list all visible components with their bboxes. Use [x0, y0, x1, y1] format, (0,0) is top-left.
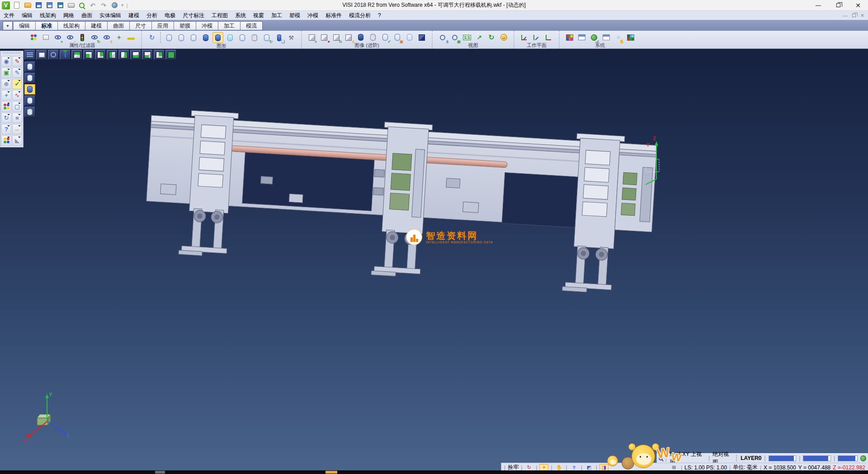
save-all-icon[interactable]: [56, 1, 64, 9]
strip-hidden-line-icon[interactable]: [24, 73, 35, 83]
view-orbit-icon[interactable]: [48, 50, 59, 60]
view-isometric-icon[interactable]: [165, 50, 176, 60]
transparent-mode-icon[interactable]: [225, 32, 236, 43]
redo-icon[interactable]: ↷: [99, 1, 108, 9]
strip-mesh-icon[interactable]: [24, 107, 35, 117]
save-icon[interactable]: [34, 1, 42, 9]
zoom-1-1-icon[interactable]: 1:1: [462, 32, 472, 43]
tab-application[interactable]: 应用: [152, 21, 174, 30]
tab-dimension[interactable]: 尺寸: [130, 21, 152, 30]
menu-help[interactable]: ?: [374, 11, 385, 19]
flat-mode-icon[interactable]: [237, 32, 248, 43]
system-settings-window-icon[interactable]: [576, 32, 587, 43]
hidden-line-mode-icon[interactable]: [176, 32, 187, 43]
sketch-pencil-icon[interactable]: ✎: [12, 67, 22, 78]
tab-modeling[interactable]: 建模: [85, 21, 108, 30]
mesh-wire-mode-icon[interactable]: [249, 32, 260, 43]
refresh-shading-icon[interactable]: ↻: [261, 32, 272, 43]
view-sw-iso-icon[interactable]: [142, 50, 153, 60]
measure-width-icon[interactable]: ↔: [12, 124, 22, 134]
menu-system[interactable]: 系统: [231, 11, 250, 20]
striped-display-icon[interactable]: [368, 32, 378, 43]
environment-tools-icon[interactable]: [589, 32, 599, 43]
taskbar-item[interactable]: [155, 471, 165, 474]
add-view-cube-icon[interactable]: ＋: [307, 32, 317, 43]
undo-icon[interactable]: ↶: [89, 1, 97, 9]
navy-cube-icon[interactable]: [416, 32, 427, 43]
view-bottom-icon[interactable]: [130, 50, 141, 60]
tab-progress[interactable]: 冲模: [196, 21, 218, 30]
workplane-axes-icon[interactable]: +: [1, 90, 11, 100]
refresh-visibility-icon[interactable]: ↻: [89, 32, 100, 43]
menu-dimension[interactable]: 尺寸标注: [179, 11, 208, 20]
menu-surface[interactable]: 曲面: [78, 11, 96, 20]
tab-dropdown-button[interactable]: ▼: [3, 21, 13, 30]
zoom-solid-icon[interactable]: ⊕: [1, 79, 11, 89]
view-ne-iso-icon[interactable]: [154, 50, 165, 60]
solid-wire-blue-icon[interactable]: [404, 32, 415, 43]
hide-entities-icon[interactable]: −: [65, 32, 75, 43]
view-refresh-icon[interactable]: ↻: [486, 32, 497, 43]
menu-mesh[interactable]: 网格: [60, 11, 78, 20]
table-settings-icon[interactable]: [601, 32, 612, 43]
status-globe-icon[interactable]: [860, 455, 866, 461]
windows-taskbar-sliver[interactable]: [0, 470, 868, 474]
attribute-copy-icon[interactable]: [40, 32, 51, 43]
shaded-edges-mode-icon[interactable]: [212, 32, 223, 43]
toggle-visibility-icon[interactable]: ±: [101, 32, 112, 43]
menu-flow-analysis[interactable]: 模流分析: [345, 11, 374, 20]
menu-mould[interactable]: 塑模: [286, 11, 304, 20]
open-file-icon[interactable]: [24, 1, 32, 9]
dashed-hidden-mode-icon[interactable]: [188, 32, 199, 43]
menu-solid-edit[interactable]: 实体编辑: [96, 11, 125, 20]
menu-window[interactable]: 视窗: [250, 11, 268, 20]
strip-wireframe-icon[interactable]: [24, 62, 35, 72]
status-search-icon[interactable]: [659, 456, 663, 460]
workplane-view-icon[interactable]: [543, 32, 554, 43]
delete-sketch-icon[interactable]: ✎: [12, 56, 22, 66]
workplane-entity-icon[interactable]: [531, 32, 542, 43]
qat-dropdown-icon[interactable]: ▾: [121, 2, 124, 8]
close-button[interactable]: ✕: [848, 0, 868, 10]
view-front-icon[interactable]: [83, 50, 94, 60]
dynamic-pan-icon[interactable]: ↗: [474, 32, 485, 43]
solid-display-icon[interactable]: [355, 32, 366, 43]
paint-attributes-icon[interactable]: [1, 135, 11, 146]
strip-shaded-icon[interactable]: [24, 84, 35, 95]
grid-settings-icon[interactable]: [625, 32, 636, 43]
show-all-icon[interactable]: ＋: [113, 32, 124, 43]
attribute-books-icon[interactable]: [1, 101, 11, 112]
filter-traffic-light-icon[interactable]: [77, 32, 88, 43]
graphics-settings-icon[interactable]: ⚒: [286, 32, 297, 43]
menu-drafting[interactable]: 工程图: [208, 11, 231, 20]
print-icon[interactable]: [67, 1, 75, 9]
show-entities-icon[interactable]: ＋: [52, 32, 63, 43]
preview-eye-icon[interactable]: ◉: [1, 56, 11, 66]
minimize-button[interactable]: —: [808, 0, 828, 10]
wireframe-mode-icon[interactable]: [164, 32, 175, 43]
tab-standard[interactable]: 标准: [36, 21, 58, 30]
attribute-paint-icon[interactable]: [28, 32, 39, 43]
history-icon[interactable]: [110, 1, 118, 9]
view-left-icon[interactable]: [107, 50, 118, 60]
shading-options-icon[interactable]: ❏: [274, 32, 284, 43]
render-smiley-icon[interactable]: ☺: [498, 32, 509, 43]
taskbar-item-active[interactable]: [326, 471, 337, 474]
workplane-sheet-icon[interactable]: [36, 50, 47, 60]
menu-standard-parts[interactable]: 标准件: [322, 11, 345, 20]
view-pin-icon[interactable]: [60, 50, 71, 60]
solid-info-icon[interactable]: ▣: [392, 32, 403, 43]
zoom-in-out-icon[interactable]: ±: [437, 32, 448, 43]
grey-arrow-icon[interactable]: ◣: [12, 135, 22, 146]
shaded-mode-icon[interactable]: [200, 32, 211, 43]
curve-pencil-icon[interactable]: ∿: [12, 90, 22, 100]
menu-electrode[interactable]: 电极: [161, 11, 179, 20]
snap-settings-icon[interactable]: ⁘✋: [613, 32, 624, 43]
preview-search-icon[interactable]: [78, 1, 86, 9]
tab-edit[interactable]: 编辑: [14, 21, 36, 30]
validate-solid-icon[interactable]: ✔: [380, 32, 391, 43]
help-question-icon[interactable]: ?: [1, 124, 11, 134]
view-menu-icon[interactable]: [24, 50, 35, 60]
workplane-xyz-icon[interactable]: [519, 32, 530, 43]
mdi-minimize-icon[interactable]: —: [843, 13, 848, 18]
